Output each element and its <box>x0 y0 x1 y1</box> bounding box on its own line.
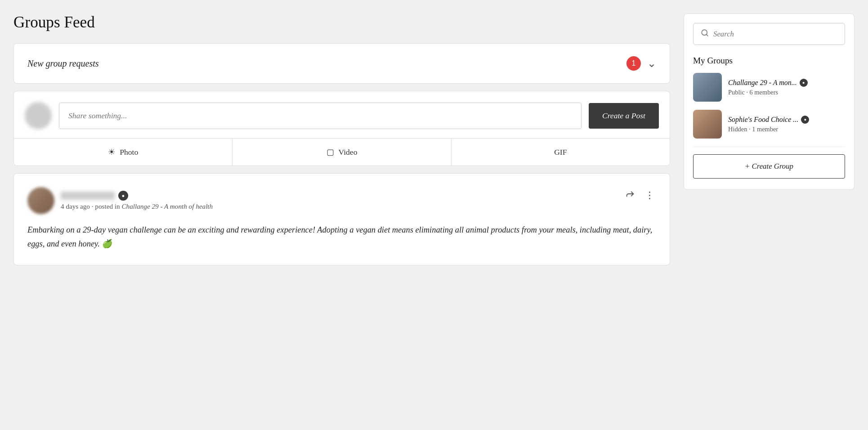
post-user-info: ● 4 days ago · posted in Challange 29 - … <box>61 191 213 211</box>
share-input[interactable] <box>59 103 582 129</box>
group-thumbnail <box>693 73 722 102</box>
photo-label: Photo <box>120 148 138 157</box>
search-box[interactable] <box>693 23 845 45</box>
post-group-name: Challange 29 - A month of health <box>121 202 213 210</box>
video-button[interactable]: ▢ Video <box>233 139 451 166</box>
post-username-blur <box>61 192 115 200</box>
share-post-button[interactable] <box>623 187 637 203</box>
group-requests-label: New group requests <box>27 58 99 69</box>
composer-card: Create a Post ☀ Photo ▢ Video GIF <box>13 91 670 166</box>
chevron-down-icon[interactable]: ⌄ <box>647 57 656 70</box>
post-body: Embarking on a 29-day vegan challenge ca… <box>27 223 656 251</box>
svg-line-1 <box>706 34 707 36</box>
video-label: Video <box>339 148 358 157</box>
group-info: Challange 29 - A mon... ● Public · 6 mem… <box>728 79 808 96</box>
group-shield-icon: ● <box>801 116 809 124</box>
post-actions: ⋮ <box>623 187 656 203</box>
create-post-button[interactable]: Create a Post <box>589 103 659 129</box>
group-name: Challange 29 - A mon... <box>728 79 797 87</box>
composer-actions: ☀ Photo ▢ Video GIF <box>14 139 670 166</box>
admin-shield-icon: ● <box>118 191 128 201</box>
sidebar-card: My Groups Challange 29 - A mon... ● Publ… <box>684 13 855 190</box>
search-input[interactable] <box>713 30 837 39</box>
camera-icon: ☀ <box>108 148 115 157</box>
group-item[interactable]: Challange 29 - A mon... ● Public · 6 mem… <box>693 73 845 102</box>
group-info: Sophie's Food Choice ... ● Hidden · 1 me… <box>728 116 809 133</box>
post-header-left: ● 4 days ago · posted in Challange 29 - … <box>27 187 213 214</box>
my-groups-label: My Groups <box>693 56 845 66</box>
group-item[interactable]: Sophie's Food Choice ... ● Hidden · 1 me… <box>693 110 845 139</box>
group-meta: Hidden · 1 member <box>728 125 809 133</box>
post-avatar <box>27 187 54 214</box>
search-icon <box>701 29 709 39</box>
post-time: 4 days ago · posted in <box>61 202 120 210</box>
group-shield-icon: ● <box>800 79 808 87</box>
gif-label: GIF <box>554 148 567 157</box>
group-name: Sophie's Food Choice ... <box>728 116 798 124</box>
sidebar: My Groups Challange 29 - A mon... ● Publ… <box>684 13 855 265</box>
page-title: Groups Feed <box>13 13 670 31</box>
create-group-button[interactable]: + Create Group <box>693 154 845 179</box>
user-avatar <box>25 102 52 129</box>
gif-button[interactable]: GIF <box>452 139 670 166</box>
more-options-button[interactable]: ⋮ <box>643 188 656 202</box>
main-content: Groups Feed New group requests 1 ⌄ Creat… <box>13 13 670 265</box>
post-card: ● 4 days ago · posted in Challange 29 - … <box>13 173 670 265</box>
group-requests-card: New group requests 1 ⌄ <box>13 43 670 84</box>
group-thumbnail <box>693 110 722 139</box>
requests-right: 1 ⌄ <box>626 56 656 71</box>
photo-button[interactable]: ☀ Photo <box>14 139 233 166</box>
requests-badge: 1 <box>626 56 641 71</box>
group-meta: Public · 6 members <box>728 89 808 96</box>
post-meta: 4 days ago · posted in Challange 29 - A … <box>61 202 213 211</box>
video-icon: ▢ <box>327 148 334 157</box>
